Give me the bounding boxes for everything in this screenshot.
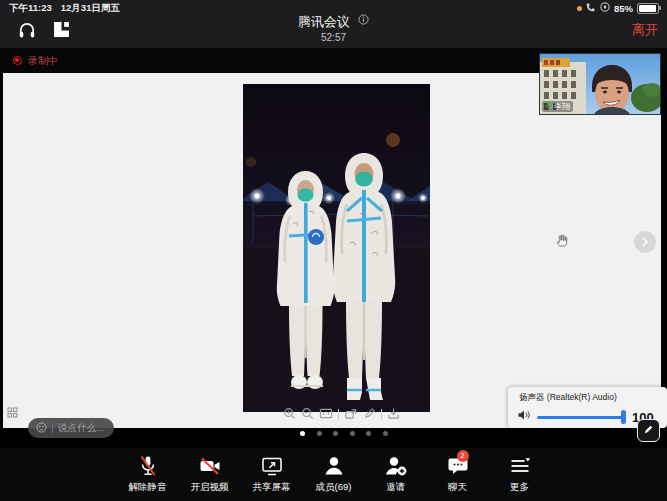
- unmute-button[interactable]: 解除静音: [127, 453, 169, 494]
- page-dot[interactable]: [383, 431, 388, 436]
- share-screen-label: 共享屏幕: [253, 481, 291, 494]
- share-screen-button[interactable]: 共享屏幕: [251, 453, 293, 494]
- members-button[interactable]: 成员(69): [313, 453, 355, 494]
- meeting-timer: 52:57: [0, 32, 667, 43]
- unmute-label: 解除静音: [129, 481, 167, 494]
- recording-label[interactable]: 录制中: [28, 54, 58, 68]
- speaker-device-label: 扬声器 (Realtek(R) Audio): [519, 392, 617, 404]
- grid-view-icon[interactable]: [7, 404, 18, 415]
- volume-slider[interactable]: [537, 416, 624, 419]
- chat-label: 聊天: [448, 481, 467, 494]
- annotation-button[interactable]: [637, 419, 660, 442]
- meeting-control-bar: 解除静音 开启视频 共享屏幕 成员(69) 邀请: [0, 448, 667, 501]
- hand-cursor: [556, 233, 568, 248]
- start-video-button[interactable]: 开启视频: [189, 453, 231, 494]
- meeting-info-icon[interactable]: [358, 13, 369, 28]
- participant-video-thumbnail[interactable]: 李翔: [539, 53, 661, 115]
- speaker-icon: [517, 408, 531, 426]
- page-dot[interactable]: [366, 431, 371, 436]
- page-dot[interactable]: [300, 431, 305, 436]
- meeting-title-row: 腾讯会议: [0, 13, 667, 31]
- chat-unread-badge: 2: [457, 450, 469, 462]
- toolbar-divider: [338, 409, 339, 420]
- leave-meeting-button[interactable]: 离开: [632, 21, 658, 39]
- emoji-icon[interactable]: [36, 419, 47, 437]
- shared-photo: [243, 84, 430, 412]
- share-screen-icon: [259, 453, 285, 479]
- page-indicator[interactable]: [300, 431, 388, 436]
- participant-name-tag: 李翔: [542, 101, 573, 112]
- participant-name: 李翔: [554, 101, 570, 112]
- zoom-out-icon[interactable]: [301, 406, 314, 424]
- meeting-app-window: 下午11:23 12月31日周五 85% 腾讯会议: [0, 0, 667, 501]
- page-dot[interactable]: [350, 431, 355, 436]
- mic-in-use-indicator: [577, 6, 582, 11]
- chat-bubble-icon: 2: [445, 453, 471, 479]
- battery-percent: 85%: [614, 3, 633, 14]
- invite-icon: [383, 453, 409, 479]
- more-button[interactable]: 更多: [499, 453, 541, 494]
- download-icon[interactable]: [387, 406, 400, 424]
- annotate-pencil-icon[interactable]: [363, 406, 376, 424]
- more-menu-icon: [507, 453, 533, 479]
- recording-icon: [13, 56, 22, 65]
- camera-off-icon: [197, 453, 223, 479]
- invite-button[interactable]: 邀请: [375, 453, 417, 494]
- more-label: 更多: [510, 481, 529, 494]
- volume-slider-handle[interactable]: [621, 410, 626, 424]
- page-dot[interactable]: [317, 431, 322, 436]
- chat-button[interactable]: 2 聊天: [437, 453, 479, 494]
- battery-icon: [637, 3, 659, 14]
- members-label: 成员(69): [316, 481, 352, 494]
- chevron-right-icon: [641, 235, 649, 250]
- chat-input[interactable]: 说点什么...: [28, 418, 114, 438]
- chat-input-divider: [52, 423, 53, 433]
- rotate-icon[interactable]: [344, 406, 358, 424]
- mic-active-icon: [545, 101, 552, 113]
- meeting-title: 腾讯会议: [298, 14, 350, 29]
- top-bar: 下午11:23 12月31日周五 85% 腾讯会议: [0, 0, 667, 48]
- toolbar-divider: [381, 409, 382, 420]
- chat-input-placeholder: 说点什么...: [58, 422, 104, 435]
- start-video-label: 开启视频: [191, 481, 229, 494]
- invite-label: 邀请: [386, 481, 405, 494]
- next-page-button[interactable]: [634, 231, 656, 253]
- image-viewer-toolbar: [283, 407, 400, 422]
- zoom-in-icon[interactable]: [283, 406, 296, 424]
- pen-icon: [642, 423, 655, 439]
- members-icon: [321, 453, 347, 479]
- actual-size-icon[interactable]: [319, 406, 333, 424]
- page-dot[interactable]: [333, 431, 338, 436]
- mic-muted-icon: [135, 453, 161, 479]
